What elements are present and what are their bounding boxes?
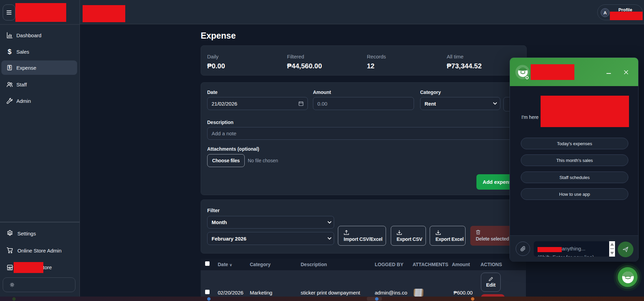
- svg-text:$: $: [9, 65, 11, 69]
